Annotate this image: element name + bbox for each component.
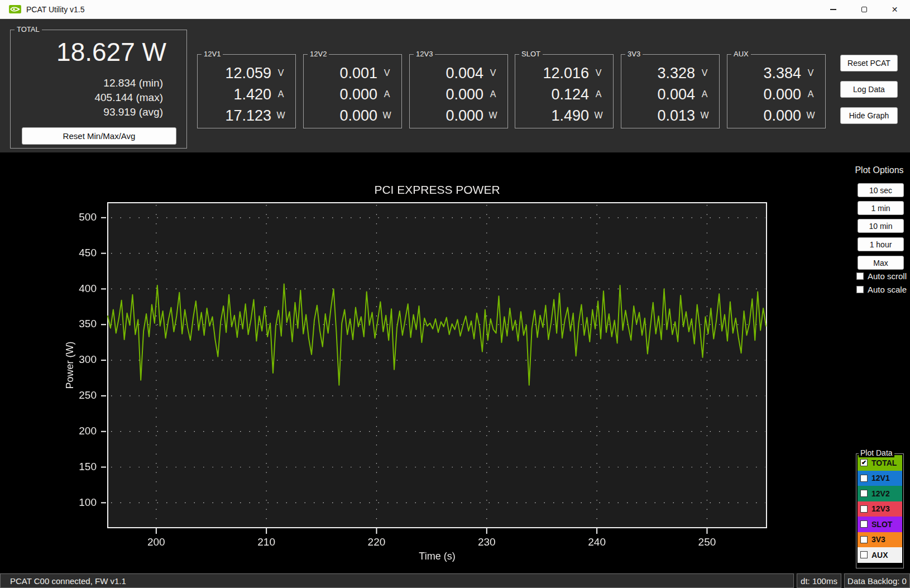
current-row: 0.000A (410, 84, 497, 105)
voltage-row: 12.016V (515, 63, 603, 84)
pcat-utility-window: PCAT Utility v1.5 ✕ TOTAL 18.627 W 12.83… (0, 0, 910, 588)
voltage-row: 12.059V (198, 63, 285, 84)
power-row: 17.123W (198, 105, 285, 126)
data-backlog-status: Data Backlog: 0 (844, 573, 910, 588)
nvidia-logo-icon (9, 5, 21, 13)
rail-12v3-groupbox: 12V3 0.004V 0.000A 0.000W (409, 54, 508, 128)
plot-data-groupbox: Plot Data TOTAL 12V1 12V2 12V3 SLOT (856, 453, 904, 568)
power-row: 0.000W (727, 105, 815, 126)
rail-12v2-groupbox: 12V2 0.001V 0.000A 0.000W (303, 54, 402, 128)
legend-item-12v2[interactable]: 12V2 (858, 486, 902, 501)
rail-12v1-groupbox: 12V1 12.059V 1.420A 17.123W (197, 54, 296, 128)
total-group-label: TOTAL (15, 25, 42, 34)
legend-checkbox-12v1[interactable] (860, 475, 868, 482)
total-groupbox: TOTAL 18.627 W 12.834 (min) 405.144 (max… (10, 30, 187, 149)
minimize-button[interactable] (818, 0, 849, 19)
legend-checkbox-12v3[interactable] (860, 505, 868, 513)
legend-checkbox-3v3[interactable] (860, 536, 868, 543)
total-avg: 93.919 (avg) (94, 105, 163, 119)
range-10min-button[interactable]: 10 min (858, 219, 904, 233)
range-max-button[interactable]: Max (858, 256, 904, 270)
auto-scroll-label: Auto scroll (868, 271, 907, 281)
maximize-button[interactable] (849, 0, 879, 19)
total-stats: 12.834 (min) 405.144 (max) 93.919 (avg) (94, 76, 163, 119)
window-title: PCAT Utility v1.5 (26, 5, 85, 14)
legend-label: 3V3 (871, 535, 885, 544)
voltage-row: 3.328V (621, 63, 709, 84)
total-min: 12.834 (min) (94, 76, 163, 90)
voltage-row: 0.004V (410, 63, 497, 84)
plot-options-label: Plot Options (849, 165, 910, 175)
voltage-row: 0.001V (304, 63, 391, 84)
legend-item-12v3[interactable]: 12V3 (858, 501, 902, 517)
total-power-value: 18.627 W (56, 37, 166, 67)
plot-data-label: Plot Data (859, 448, 894, 457)
legend-item-12v1[interactable]: 12V1 (858, 471, 902, 486)
minimize-icon (830, 9, 836, 10)
maximize-icon (861, 7, 867, 12)
current-row: 0.004A (621, 84, 709, 105)
current-row: 0.124A (515, 84, 603, 105)
legend-label: 12V3 (871, 504, 890, 513)
chart-region: Plot Options 10 sec 1 min 10 min 1 hour … (0, 152, 910, 573)
legend-checkbox-aux[interactable] (860, 551, 868, 558)
auto-scale-checkbox-row[interactable]: Auto scale (856, 285, 907, 294)
auto-scroll-checkbox-row[interactable]: Auto scroll (856, 271, 907, 280)
reset-minmaxavg-button[interactable]: Reset Min/Max/Avg (22, 127, 176, 145)
auto-scale-label: Auto scale (868, 285, 907, 294)
measurement-panel: TOTAL 18.627 W 12.834 (min) 405.144 (max… (0, 19, 910, 152)
voltage-row: 3.384V (727, 63, 815, 84)
connection-status: PCAT C00 connected, FW v1.1 (0, 573, 794, 588)
rail-aux-groupbox: AUX 3.384V 0.000A 0.000W (727, 54, 826, 128)
total-max: 405.144 (max) (94, 90, 163, 105)
power-row: 1.490W (515, 105, 603, 126)
range-10sec-button[interactable]: 10 sec (858, 183, 904, 197)
status-bar: PCAT C00 connected, FW v1.1 dt: 100ms Da… (0, 573, 910, 588)
legend-item-total[interactable]: TOTAL (858, 455, 902, 471)
rail-slot-groupbox: SLOT 12.016V 0.124A 1.490W (515, 54, 614, 128)
legend-label: SLOT (871, 520, 892, 529)
legend-item-slot[interactable]: SLOT (858, 517, 902, 532)
close-icon: ✕ (892, 6, 898, 13)
power-row: 0.000W (304, 105, 391, 126)
legend-item-aux[interactable]: AUX (858, 547, 902, 563)
hide-graph-button[interactable]: Hide Graph (840, 107, 898, 124)
legend-label: 12V1 (871, 474, 890, 482)
legend-checkbox-total[interactable] (860, 459, 868, 466)
range-1min-button[interactable]: 1 min (858, 201, 904, 215)
range-1hour-button[interactable]: 1 hour (858, 237, 904, 251)
current-row: 0.000A (304, 84, 391, 105)
current-row: 1.420A (198, 84, 285, 105)
log-data-button[interactable]: Log Data (840, 81, 898, 98)
current-row: 0.000A (727, 84, 815, 105)
close-button[interactable]: ✕ (879, 0, 910, 19)
power-chart (0, 152, 818, 573)
legend-label: AUX (871, 551, 888, 560)
power-row: 0.013W (621, 105, 709, 126)
power-row: 0.000W (410, 105, 497, 126)
rail-3v3-groupbox: 3V3 3.328V 0.004A 0.013W (621, 54, 720, 128)
legend-label: 12V2 (871, 489, 890, 498)
reset-pcat-button[interactable]: Reset PCAT (840, 55, 898, 71)
legend-checkbox-slot[interactable] (860, 520, 868, 528)
auto-scale-checkbox[interactable] (856, 286, 864, 293)
legend-label: TOTAL (871, 458, 897, 467)
legend-item-3v3[interactable]: 3V3 (858, 532, 902, 548)
auto-scroll-checkbox[interactable] (856, 273, 864, 280)
legend-checkbox-12v2[interactable] (860, 490, 868, 497)
titlebar: PCAT Utility v1.5 ✕ (0, 0, 910, 19)
dt-status: dt: 100ms (797, 573, 841, 588)
